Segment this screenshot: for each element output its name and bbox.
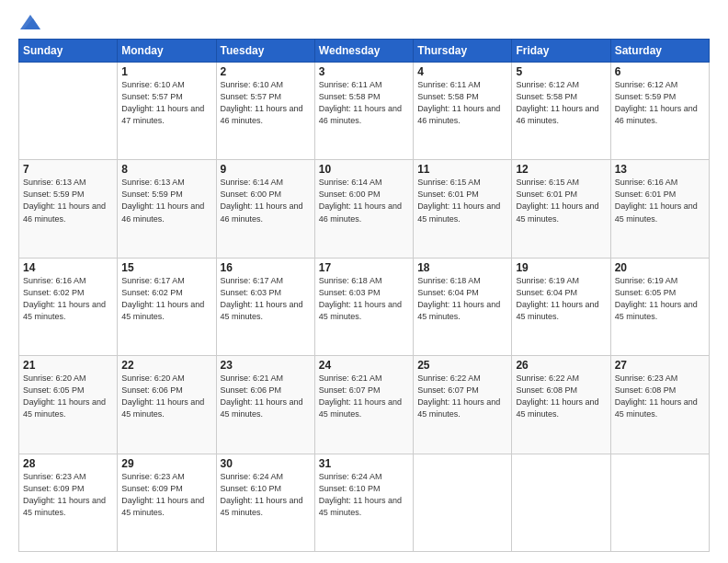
day-cell: 26Sunrise: 6:22 AM Sunset: 6:08 PM Dayli…	[512, 356, 610, 454]
day-cell: 5Sunrise: 6:12 AM Sunset: 5:58 PM Daylig…	[512, 63, 610, 160]
week-row-5: 28Sunrise: 6:23 AM Sunset: 6:09 PM Dayli…	[19, 454, 710, 551]
day-cell: 15Sunrise: 6:17 AM Sunset: 6:02 PM Dayli…	[118, 258, 216, 355]
day-cell: 2Sunrise: 6:10 AM Sunset: 5:57 PM Daylig…	[216, 63, 314, 160]
day-cell: 16Sunrise: 6:17 AM Sunset: 6:03 PM Dayli…	[216, 258, 314, 355]
day-number: 11	[417, 163, 507, 176]
day-info: Sunrise: 6:13 AM Sunset: 5:59 PM Dayligh…	[121, 177, 211, 224]
logo-icon	[20, 15, 40, 29]
day-info: Sunrise: 6:23 AM Sunset: 6:08 PM Dayligh…	[615, 373, 705, 420]
day-number: 22	[121, 359, 211, 372]
day-cell: 27Sunrise: 6:23 AM Sunset: 6:08 PM Dayli…	[610, 356, 709, 454]
day-info: Sunrise: 6:12 AM Sunset: 5:59 PM Dayligh…	[615, 79, 705, 127]
day-info: Sunrise: 6:19 AM Sunset: 6:04 PM Dayligh…	[516, 275, 606, 323]
day-cell: 25Sunrise: 6:22 AM Sunset: 6:07 PM Dayli…	[414, 356, 512, 454]
day-cell: 23Sunrise: 6:21 AM Sunset: 6:06 PM Dayli…	[216, 356, 314, 454]
week-row-1: 1Sunrise: 6:10 AM Sunset: 5:57 PM Daylig…	[19, 63, 710, 160]
day-cell	[19, 63, 118, 160]
day-cell: 13Sunrise: 6:16 AM Sunset: 6:01 PM Dayli…	[610, 160, 709, 258]
day-info: Sunrise: 6:13 AM Sunset: 5:59 PM Dayligh…	[23, 177, 113, 224]
day-cell	[610, 454, 709, 551]
calendar-header-row: SundayMondayTuesdayWednesdayThursdayFrid…	[19, 40, 710, 63]
day-info: Sunrise: 6:24 AM Sunset: 6:10 PM Dayligh…	[319, 471, 409, 519]
day-number: 14	[23, 261, 113, 274]
day-number: 18	[417, 261, 507, 274]
day-number: 1	[121, 65, 211, 78]
day-number: 27	[615, 359, 705, 372]
day-cell: 20Sunrise: 6:19 AM Sunset: 6:05 PM Dayli…	[610, 258, 709, 355]
day-info: Sunrise: 6:22 AM Sunset: 6:08 PM Dayligh…	[516, 373, 606, 420]
day-number: 20	[615, 261, 705, 274]
day-cell: 21Sunrise: 6:20 AM Sunset: 6:05 PM Dayli…	[19, 356, 118, 454]
day-cell: 10Sunrise: 6:14 AM Sunset: 6:00 PM Dayli…	[314, 160, 413, 258]
day-cell: 12Sunrise: 6:15 AM Sunset: 6:01 PM Dayli…	[512, 160, 610, 258]
day-cell: 11Sunrise: 6:15 AM Sunset: 6:01 PM Dayli…	[414, 160, 512, 258]
day-number: 15	[121, 261, 211, 274]
day-cell: 14Sunrise: 6:16 AM Sunset: 6:02 PM Dayli…	[19, 258, 118, 355]
day-info: Sunrise: 6:24 AM Sunset: 6:10 PM Dayligh…	[221, 471, 311, 519]
logo	[18, 17, 40, 31]
day-cell: 19Sunrise: 6:19 AM Sunset: 6:04 PM Dayli…	[512, 258, 610, 355]
day-number: 13	[615, 163, 705, 176]
day-number: 10	[319, 163, 409, 176]
page: SundayMondayTuesdayWednesdayThursdayFrid…	[0, 0, 728, 563]
day-number: 17	[319, 261, 409, 274]
day-info: Sunrise: 6:17 AM Sunset: 6:02 PM Dayligh…	[121, 275, 211, 323]
col-header-tuesday: Tuesday	[216, 40, 314, 63]
day-number: 5	[516, 65, 606, 78]
day-info: Sunrise: 6:15 AM Sunset: 6:01 PM Dayligh…	[516, 177, 606, 224]
day-number: 30	[221, 457, 311, 470]
week-row-2: 7Sunrise: 6:13 AM Sunset: 5:59 PM Daylig…	[19, 160, 710, 258]
day-info: Sunrise: 6:22 AM Sunset: 6:07 PM Dayligh…	[417, 373, 507, 420]
day-number: 23	[221, 359, 311, 372]
day-cell: 6Sunrise: 6:12 AM Sunset: 5:59 PM Daylig…	[610, 63, 709, 160]
col-header-friday: Friday	[512, 40, 610, 63]
day-info: Sunrise: 6:21 AM Sunset: 6:07 PM Dayligh…	[319, 373, 409, 420]
col-header-saturday: Saturday	[610, 40, 709, 63]
day-number: 6	[615, 65, 705, 78]
day-info: Sunrise: 6:17 AM Sunset: 6:03 PM Dayligh…	[221, 275, 311, 323]
day-info: Sunrise: 6:21 AM Sunset: 6:06 PM Dayligh…	[221, 373, 311, 420]
header	[18, 17, 710, 31]
col-header-thursday: Thursday	[414, 40, 512, 63]
day-info: Sunrise: 6:23 AM Sunset: 6:09 PM Dayligh…	[121, 471, 211, 519]
day-info: Sunrise: 6:10 AM Sunset: 5:57 PM Dayligh…	[221, 79, 311, 127]
day-cell: 24Sunrise: 6:21 AM Sunset: 6:07 PM Dayli…	[314, 356, 413, 454]
day-cell: 22Sunrise: 6:20 AM Sunset: 6:06 PM Dayli…	[118, 356, 216, 454]
day-number: 9	[221, 163, 311, 176]
day-cell: 28Sunrise: 6:23 AM Sunset: 6:09 PM Dayli…	[19, 454, 118, 551]
day-cell: 1Sunrise: 6:10 AM Sunset: 5:57 PM Daylig…	[118, 63, 216, 160]
day-number: 21	[23, 359, 113, 372]
day-number: 2	[221, 65, 311, 78]
day-number: 8	[121, 163, 211, 176]
col-header-sunday: Sunday	[19, 40, 118, 63]
day-info: Sunrise: 6:15 AM Sunset: 6:01 PM Dayligh…	[417, 177, 507, 224]
day-cell: 18Sunrise: 6:18 AM Sunset: 6:04 PM Dayli…	[414, 258, 512, 355]
day-info: Sunrise: 6:20 AM Sunset: 6:05 PM Dayligh…	[23, 373, 113, 420]
day-info: Sunrise: 6:14 AM Sunset: 6:00 PM Dayligh…	[221, 177, 311, 224]
day-cell: 31Sunrise: 6:24 AM Sunset: 6:10 PM Dayli…	[314, 454, 413, 551]
day-info: Sunrise: 6:18 AM Sunset: 6:04 PM Dayligh…	[417, 275, 507, 323]
day-info: Sunrise: 6:14 AM Sunset: 6:00 PM Dayligh…	[319, 177, 409, 224]
day-info: Sunrise: 6:16 AM Sunset: 6:01 PM Dayligh…	[615, 177, 705, 224]
day-cell: 30Sunrise: 6:24 AM Sunset: 6:10 PM Dayli…	[216, 454, 314, 551]
day-cell: 8Sunrise: 6:13 AM Sunset: 5:59 PM Daylig…	[118, 160, 216, 258]
col-header-wednesday: Wednesday	[314, 40, 413, 63]
day-info: Sunrise: 6:20 AM Sunset: 6:06 PM Dayligh…	[121, 373, 211, 420]
day-info: Sunrise: 6:11 AM Sunset: 5:58 PM Dayligh…	[319, 79, 409, 127]
day-info: Sunrise: 6:23 AM Sunset: 6:09 PM Dayligh…	[23, 471, 113, 519]
day-cell: 3Sunrise: 6:11 AM Sunset: 5:58 PM Daylig…	[314, 63, 413, 160]
day-info: Sunrise: 6:18 AM Sunset: 6:03 PM Dayligh…	[319, 275, 409, 323]
day-cell	[414, 454, 512, 551]
day-cell: 9Sunrise: 6:14 AM Sunset: 6:00 PM Daylig…	[216, 160, 314, 258]
day-number: 19	[516, 261, 606, 274]
day-number: 25	[417, 359, 507, 372]
day-cell: 7Sunrise: 6:13 AM Sunset: 5:59 PM Daylig…	[19, 160, 118, 258]
week-row-3: 14Sunrise: 6:16 AM Sunset: 6:02 PM Dayli…	[19, 258, 710, 355]
day-number: 24	[319, 359, 409, 372]
day-number: 26	[516, 359, 606, 372]
day-number: 28	[23, 457, 113, 470]
col-header-monday: Monday	[118, 40, 216, 63]
calendar-table: SundayMondayTuesdayWednesdayThursdayFrid…	[18, 39, 710, 552]
week-row-4: 21Sunrise: 6:20 AM Sunset: 6:05 PM Dayli…	[19, 356, 710, 454]
day-cell: 17Sunrise: 6:18 AM Sunset: 6:03 PM Dayli…	[314, 258, 413, 355]
